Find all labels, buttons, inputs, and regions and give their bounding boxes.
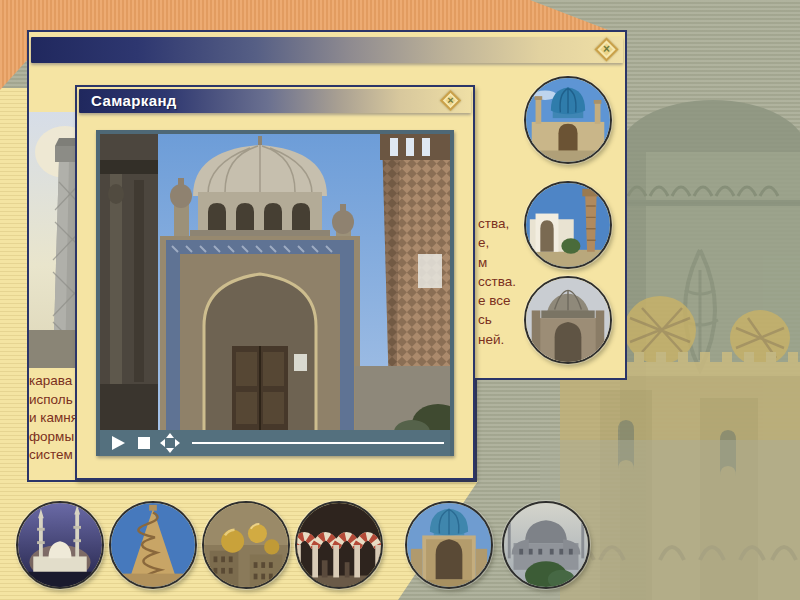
text-fragment: ства, bbox=[478, 214, 518, 233]
text-fragment: ней. bbox=[478, 330, 518, 349]
thumbnail-striped-arches-interior[interactable] bbox=[295, 501, 383, 589]
thumbnail-cascading-domes-mosque[interactable] bbox=[502, 501, 590, 589]
pan-icon[interactable] bbox=[160, 433, 180, 453]
video-player-frame bbox=[96, 130, 454, 456]
main-window-titlebar bbox=[31, 37, 623, 63]
thumbnail-portal-and-minaret[interactable] bbox=[524, 181, 612, 269]
right-text-column: ства, е, м сства. е все сь ней. bbox=[478, 214, 518, 349]
close-icon: × bbox=[600, 43, 613, 56]
text-fragment: м bbox=[478, 253, 518, 272]
thumbnail-stone-mausoleum[interactable] bbox=[524, 276, 612, 364]
thumbnail-night-mosque-two-minarets[interactable] bbox=[16, 501, 104, 589]
samarkand-window: Самарканд × bbox=[75, 85, 475, 480]
text-fragment: сь bbox=[478, 310, 518, 329]
text-fragment: е, bbox=[478, 233, 518, 252]
text-fragment: е все bbox=[478, 291, 518, 310]
application-screen: × карава исполь и камня формы систем bbox=[0, 0, 800, 600]
samarkand-titlebar: Самарканд bbox=[79, 89, 471, 113]
play-icon[interactable] bbox=[112, 436, 125, 450]
seek-line[interactable] bbox=[192, 442, 444, 444]
text-fragment: сства. bbox=[478, 272, 518, 291]
close-icon: × bbox=[445, 95, 456, 106]
thumbnail-blue-dome-portal[interactable] bbox=[405, 501, 493, 589]
thumbnail-spiral-minaret[interactable] bbox=[109, 501, 197, 589]
samarkand-title: Самарканд bbox=[79, 89, 471, 113]
player-control-bar bbox=[100, 430, 450, 456]
thumbnail-blue-dome-mosque[interactable] bbox=[524, 76, 612, 164]
video-display bbox=[100, 134, 450, 430]
thumbnail-golden-domes-complex[interactable] bbox=[202, 501, 290, 589]
stop-icon[interactable] bbox=[138, 437, 150, 449]
